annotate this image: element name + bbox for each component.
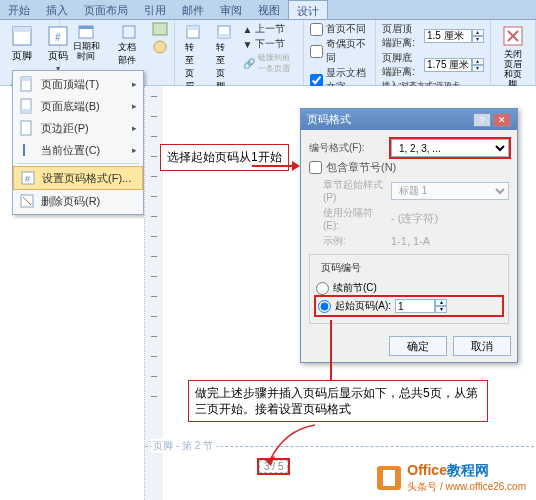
footer-label: 页脚 [12,49,32,63]
arrow-line [252,165,292,167]
datetime-button[interactable]: 日期和时间 [64,22,108,63]
svg-rect-10 [187,26,199,30]
gotofooter-button[interactable]: 转至页脚 [210,22,239,95]
svg-point-8 [154,41,166,53]
nextsection-button[interactable]: ▼下一节 [241,37,299,51]
menu-margins[interactable]: 页边距(P)▸ [13,117,143,139]
arrow-head-icon [292,161,300,171]
cancel-button[interactable]: 取消 [453,336,511,356]
pagenumber-menu: 页面顶端(T)▸ 页面底端(B)▸ 页边距(P)▸ 当前位置(C)▸ #设置页码… [12,70,144,215]
arrow-curve [255,420,335,470]
svg-rect-20 [21,121,31,135]
clipart-button[interactable] [150,39,170,55]
tab-pagelayout[interactable]: 页面布局 [76,0,136,19]
chevron-right-icon: ▸ [132,79,137,89]
doc-icon [19,120,35,136]
callout-result: 做完上述步骤并插入页码后显示如下，总共5页，从第三页开始。接着设置页码格式 [188,380,488,422]
oddeven-check[interactable]: 奇偶页不同 [308,37,372,65]
svg-rect-1 [13,27,31,32]
svg-text:#: # [25,174,30,184]
number-format-select[interactable]: 1, 2, 3, ... [391,139,509,157]
watermark: Office教程网 头条号 / www.office26.com [375,462,526,494]
page-number-format-dialog: 页码格式 ? ✕ 编号格式(F): 1, 2, 3, ... 包含章节号(N) … [300,108,518,363]
close-icon [501,24,525,48]
tab-review[interactable]: 审阅 [212,0,250,19]
tab-bar: 开始 插入 页面布局 引用 邮件 审阅 视图 设计 [0,0,536,20]
svg-rect-17 [21,77,31,81]
tab-references[interactable]: 引用 [136,0,174,19]
help-button[interactable]: ? [473,113,491,127]
footer-distance-spin[interactable]: ▴▾ [424,58,484,72]
footer-section-label: 页脚 - 第 2 节 - [151,439,221,453]
header-footer-buttons[interactable]: 页脚 [4,22,40,75]
menu-remove-pagenumber[interactable]: 删除页码(R) [13,190,143,212]
continue-radio[interactable]: 续前节(C) [316,281,502,295]
dialog-titlebar[interactable]: 页码格式 ? ✕ [301,109,517,130]
spin-down-icon[interactable]: ▾ [472,36,484,43]
svg-rect-12 [218,34,230,38]
picture-icon [152,22,168,38]
include-chapter-check[interactable] [309,161,322,174]
gotofooter-icon [216,24,232,40]
linkprev-button[interactable]: 🔗链接到前一条页眉 [241,52,299,74]
prevsection-button[interactable]: ▲上一节 [241,22,299,36]
gotoheader-icon [185,24,201,40]
spin-up-icon[interactable]: ▴ [472,29,484,36]
format-label: 编号格式(F): [309,141,387,155]
ok-button[interactable]: 确定 [389,336,447,356]
svg-marker-26 [265,456,275,466]
calendar-icon [78,24,94,40]
tab-design[interactable]: 设计 [288,0,328,19]
svg-rect-7 [153,23,167,35]
down-icon: ▼ [243,39,253,50]
doc-icon [19,76,35,92]
svg-rect-19 [21,109,31,113]
remove-icon [19,193,35,209]
ribbon-group-options: 首页不同 奇偶页不同 显示文档文字 选项 [304,20,377,85]
tab-mailings[interactable]: 邮件 [174,0,212,19]
format-icon: # [20,170,36,186]
svg-rect-5 [79,26,93,29]
ribbon-group-position: 页眉顶端距离:▴▾ 页脚底端距离:▴▾ 插入"对齐方式"选项卡 位置 [376,20,491,85]
header-distance-spin[interactable]: ▴▾ [424,29,484,43]
cursor-icon [19,142,35,158]
parts-icon [121,24,137,40]
tab-insert[interactable]: 插入 [38,0,76,19]
close-button[interactable]: ✕ [493,113,511,127]
menu-format-pagenumber[interactable]: #设置页码格式(F)... [13,166,143,190]
chapter-style-select: 标题 1 [391,182,509,200]
header-icon [10,24,34,48]
ribbon-group-nav: 转至页眉 转至页脚 ▲上一节 ▼下一节 🔗链接到前一条页眉 导航 [175,20,304,85]
svg-rect-6 [123,26,135,38]
dialog-title: 页码格式 [307,112,351,127]
svg-rect-21 [23,144,25,156]
firstpage-check[interactable]: 首页不同 [308,22,372,36]
picture-button[interactable] [150,22,170,38]
arrow-line [330,320,332,380]
up-icon: ▲ [243,24,253,35]
svg-rect-28 [383,470,395,486]
menu-pagetop[interactable]: 页面顶端(T)▸ [13,73,143,95]
link-icon: 🔗 [243,58,255,69]
startat-radio[interactable]: 起始页码(A): ▴▾ [316,297,502,315]
numbering-legend: 页码编号 [318,261,364,275]
quickparts-button[interactable]: 文档部件 [112,22,146,69]
footer-distance-label: 页脚底端距离: [382,51,421,79]
close-headerfooter-button[interactable]: 关闭页眉和页脚 [495,22,531,91]
ribbon-group-close: 关闭页眉和页脚 [491,20,536,85]
menu-pagebottom[interactable]: 页面底端(B)▸ [13,95,143,117]
gotoheader-button[interactable]: 转至页眉 [179,22,208,95]
tab-view[interactable]: 视图 [250,0,288,19]
menu-current[interactable]: 当前位置(C)▸ [13,139,143,161]
header-distance-label: 页眉顶端距离: [382,22,421,50]
startat-spin[interactable]: ▴▾ [395,299,447,313]
clipart-icon [152,39,168,55]
office-logo-icon [375,464,403,492]
doc-icon [19,98,35,114]
tab-home[interactable]: 开始 [0,0,38,19]
